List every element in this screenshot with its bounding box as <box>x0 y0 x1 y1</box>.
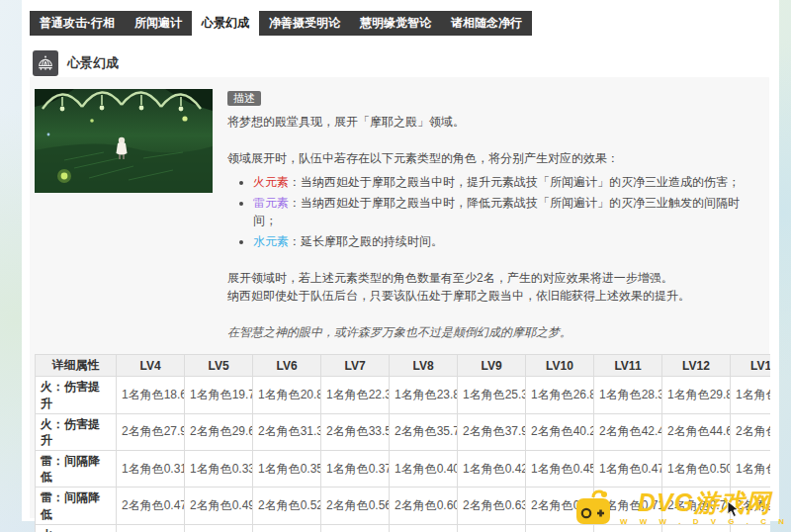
description-badge: 描述 <box>227 91 261 106</box>
tab-item-2[interactable]: 心景幻成 <box>192 11 259 36</box>
table-cell: 2名角色0.49秒 <box>185 488 253 524</box>
table-cell: 2名角色31.3% <box>253 413 321 450</box>
row-label: 水： 持续时间延长 <box>36 524 117 532</box>
table-cell: 2名角色0.60秒 <box>390 488 458 524</box>
tab-item-5[interactable]: 诸相随念净行 <box>441 11 532 36</box>
table-cell: 1名角色26.8% <box>526 377 594 413</box>
column-header-5: LV8 <box>390 355 458 377</box>
table-cell: 1名角色5.68秒 <box>458 524 526 532</box>
element-effect-text: ：当纳西妲处于摩耶之殿当中时，提升元素战技「所闻遍计」的灭净三业造成的伤害； <box>289 175 740 189</box>
table-cell: 1名角色0.40秒 <box>390 451 458 488</box>
table-cell: 1名角色0.47秒 <box>594 451 662 488</box>
table-cell: 2名角色35.7% <box>390 413 458 450</box>
element-name: 水元素 <box>253 234 289 248</box>
table-cell: 2名角色0.56秒 <box>321 488 390 524</box>
table-cell: 1名角色23.8% <box>390 377 458 413</box>
table-cell: 2名角色29.6% <box>185 413 253 450</box>
tab-item-3[interactable]: 净善摄受明论 <box>259 11 350 36</box>
skill-description: 描述 将梦想的殿堂具现，展开「摩耶之殿」领域。 领域展开时，队伍中若存在以下元素… <box>227 89 761 341</box>
table-cell: 2名角色33.5% <box>321 413 390 450</box>
element-name: 雷元素 <box>253 196 289 210</box>
column-header-10: LV13 <box>731 355 771 377</box>
table-cell: 2名角色44.6% <box>662 413 731 450</box>
description-line2: 领域展开时，队伍中若存在以下元素类型的角色，将分别产生对应的效果： <box>227 149 761 168</box>
table-cell: 1名角色0.52秒 <box>731 451 771 488</box>
table-cell: 1名角色4.18秒 <box>117 524 185 532</box>
skill-header: 心景幻成 <box>33 50 119 76</box>
column-header-8: LV11 <box>594 355 662 377</box>
table-cell: 1名角色0.31秒 <box>117 451 185 488</box>
description-line4: 纳西妲即使处于队伍后台，只要该队伍处于摩耶之殿当中，依旧能获得上述效果的提升。 <box>227 287 761 306</box>
table-cell: 1名角色0.50秒 <box>662 451 731 488</box>
element-effect-text: ：延长摩耶之殿的持续时间。 <box>289 234 443 248</box>
table-cell: 2名角色0.52秒 <box>253 488 321 524</box>
column-header-1: LV4 <box>117 355 185 377</box>
column-header-9: LV12 <box>662 355 731 377</box>
table-cell: 1名角色19.7% <box>185 377 253 413</box>
element-effect-item-0: 火元素：当纳西妲处于摩耶之殿当中时，提升元素战技「所闻遍计」的灭净三业造成的伤害… <box>253 173 761 192</box>
watermark-subtitle: W W W . D V G . C N <box>620 517 789 526</box>
content-card: 普通攻击·行相所闻遍计心景幻成净善摄受明论慧明缘觉智论诸相随念净行 心景幻成 <box>22 0 779 521</box>
column-header-2: LV5 <box>185 355 253 377</box>
element-effect-text: ：当纳西妲处于摩耶之殿当中时，降低元素战技「所闻遍计」的灭净三业触发的间隔时间； <box>253 196 740 228</box>
table-cell: 2名角色42.4% <box>594 413 662 450</box>
tab-item-0[interactable]: 普通攻击·行相 <box>30 11 125 36</box>
table-cell: 1名角色4.68秒 <box>253 524 321 532</box>
skill-screenshot[interactable] <box>35 89 213 193</box>
element-effect-item-1: 雷元素：当纳西妲处于摩耶之殿当中时，降低元素战技「所闻遍计」的灭净三业触发的间隔… <box>253 194 761 230</box>
element-effect-list: 火元素：当纳西妲处于摩耶之殿当中时，提升元素战技「所闻遍计」的灭净三业造成的伤害… <box>227 173 761 250</box>
element-effect-item-2: 水元素：延长摩耶之殿的持续时间。 <box>253 232 761 251</box>
table-cell: 2名角色40.2% <box>526 413 594 450</box>
table-cell: 1名角色0.42秒 <box>458 451 526 488</box>
table-cell: 1名角色18.6% <box>117 377 185 413</box>
row-label: 雷：间隔降低 <box>36 451 117 488</box>
table-cell: 1名角色0.37秒 <box>321 451 390 488</box>
table-cell: 1名角色4.43秒 <box>185 524 253 532</box>
skill-dome-icon <box>33 50 58 76</box>
table-cell: 1名角色20.8% <box>253 377 321 413</box>
table-cell: 1名角色31.3% <box>731 377 771 413</box>
table-cell: 1名角色0.45秒 <box>526 451 594 488</box>
row-label: 火：伤害提升 <box>36 413 117 450</box>
table-row-1: 火：伤害提升2名角色27.9%2名角色29.6%2名角色31.3%2名角色33.… <box>36 413 771 450</box>
table-cell: 1名角色5.02秒 <box>321 524 390 532</box>
column-header-0: 详细属性 <box>36 355 117 377</box>
table-row-0: 火：伤害提升1名角色18.6%1名角色19.7%1名角色20.8%1名角色22.… <box>36 377 771 413</box>
table-row-2: 雷：间隔降低1名角色0.31秒1名角色0.33秒1名角色0.35秒1名角色0.3… <box>36 451 771 488</box>
table-cell: 2名角色0.63秒 <box>458 488 526 524</box>
table-cell: 2名角色27.9% <box>117 413 185 450</box>
tab-item-1[interactable]: 所闻遍计 <box>125 11 192 36</box>
element-name: 火元素 <box>253 175 289 189</box>
table-cell: 1名角色0.33秒 <box>185 451 253 488</box>
column-header-3: LV6 <box>253 355 321 377</box>
description-line3: 展开领域时，若上述元素类型的角色数量有至少2名，产生的对应效果将进一步增强。 <box>227 269 761 288</box>
table-cell: 2名角色46.9% <box>731 413 771 450</box>
row-label: 火：伤害提升 <box>36 377 117 413</box>
table-cell: 1名角色5.30秒 <box>390 524 458 532</box>
skill-detail-panel: 描述 将梦想的殿堂具现，展开「摩耶之殿」领域。 领域展开时，队伍中若存在以下元素… <box>30 77 769 518</box>
gamepad-icon <box>573 488 615 528</box>
skill-title: 心景幻成 <box>67 54 119 72</box>
description-line1: 将梦想的殿堂具现，展开「摩耶之殿」领域。 <box>227 113 761 132</box>
watermark-title: DVG游戏网 <box>620 490 789 515</box>
table-cell: 1名角色28.3% <box>594 377 662 413</box>
row-label: 雷：间隔降低 <box>36 488 117 524</box>
column-header-4: LV7 <box>321 355 390 377</box>
skill-tabbar: 普通攻击·行相所闻遍计心景幻成净善摄受明论慧明缘觉智论诸相随念净行 <box>30 11 532 36</box>
flavor-text: 在智慧之神的眼中，或许森罗万象也不过是颠倒幻成的摩耶之梦。 <box>227 323 761 342</box>
tab-item-4[interactable]: 慧明缘觉智论 <box>350 11 441 36</box>
mouse-cursor <box>727 500 740 518</box>
table-cell: 1名角色22.3% <box>321 377 390 413</box>
table-cell: 1名角色29.8% <box>662 377 731 413</box>
table-cell: 1名角色25.3% <box>458 377 526 413</box>
column-header-6: LV9 <box>458 355 526 377</box>
table-cell: 2名角色37.9% <box>458 413 526 450</box>
column-header-7: LV10 <box>526 355 594 377</box>
table-cell: 1名角色0.35秒 <box>253 451 321 488</box>
table-cell: 2名角色0.47秒 <box>117 488 185 524</box>
site-watermark: DVG游戏网 W W W . D V G . C N <box>573 488 789 528</box>
